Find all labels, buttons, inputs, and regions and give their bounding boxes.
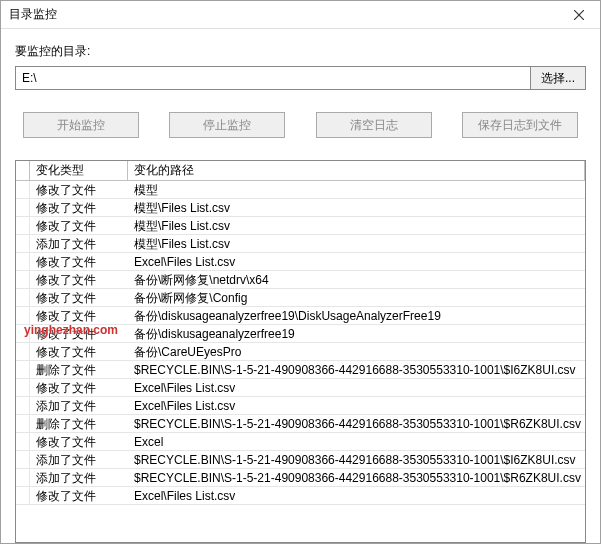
table-row[interactable]: 修改了文件备份\diskusageanalyzerfree19 [16, 325, 585, 343]
cell-change-type: 添加了文件 [30, 451, 128, 468]
table-row[interactable]: 修改了文件备份\CareUEyesPro [16, 343, 585, 361]
cell-change-type: 添加了文件 [30, 397, 128, 414]
table-row[interactable]: 修改了文件备份\diskusageanalyzerfree19\DiskUsag… [16, 307, 585, 325]
cell-change-type: 修改了文件 [30, 487, 128, 504]
cell-change-path: 模型\Files List.csv [128, 217, 585, 234]
cell-change-path: 备份\CareUEyesPro [128, 343, 585, 360]
cell-change-path: Excel [128, 433, 585, 450]
cell-change-type: 修改了文件 [30, 343, 128, 360]
cell-change-type: 修改了文件 [30, 433, 128, 450]
cell-change-type: 修改了文件 [30, 253, 128, 270]
table-row[interactable]: 修改了文件Excel\Files List.csv [16, 253, 585, 271]
row-handle [16, 433, 30, 450]
start-monitor-button[interactable]: 开始监控 [23, 112, 139, 138]
client-area: 要监控的目录: 选择... 开始监控 停止监控 清空日志 保存日志到文件 变化类… [1, 29, 600, 543]
row-handle [16, 469, 30, 486]
table-row[interactable]: 修改了文件Excel\Files List.csv [16, 487, 585, 505]
table-row[interactable]: 删除了文件$RECYCLE.BIN\S-1-5-21-490908366-442… [16, 361, 585, 379]
table-row[interactable]: 修改了文件备份\断网修复\netdrv\x64 [16, 271, 585, 289]
row-handle [16, 451, 30, 468]
row-handle [16, 343, 30, 360]
row-handle [16, 271, 30, 288]
cell-change-type: 修改了文件 [30, 307, 128, 324]
table-row[interactable]: 修改了文件模型 [16, 181, 585, 199]
table-row[interactable]: 添加了文件模型\Files List.csv [16, 235, 585, 253]
close-button[interactable] [558, 1, 600, 29]
cell-change-type: 添加了文件 [30, 235, 128, 252]
path-row: 选择... [15, 66, 586, 90]
row-handle [16, 361, 30, 378]
row-handle [16, 415, 30, 432]
column-header-type[interactable]: 变化类型 [30, 161, 128, 180]
cell-change-type: 修改了文件 [30, 379, 128, 396]
cell-change-path: 模型 [128, 181, 585, 198]
cell-change-path: 备份\断网修复\Config [128, 289, 585, 306]
table-row[interactable]: 修改了文件模型\Files List.csv [16, 199, 585, 217]
save-log-button[interactable]: 保存日志到文件 [462, 112, 578, 138]
cell-change-type: 删除了文件 [30, 415, 128, 432]
cell-change-path: 模型\Files List.csv [128, 235, 585, 252]
row-handle [16, 379, 30, 396]
cell-change-path: $RECYCLE.BIN\S-1-5-21-490908366-44291668… [128, 451, 585, 468]
column-header-path[interactable]: 变化的路径 [128, 161, 585, 180]
clear-log-button[interactable]: 清空日志 [316, 112, 432, 138]
button-row: 开始监控 停止监控 清空日志 保存日志到文件 [15, 112, 586, 138]
cell-change-type: 修改了文件 [30, 199, 128, 216]
cell-change-path: $RECYCLE.BIN\S-1-5-21-490908366-44291668… [128, 361, 585, 378]
cell-change-path: Excel\Files List.csv [128, 253, 585, 270]
cell-change-type: 添加了文件 [30, 469, 128, 486]
table-row[interactable]: 删除了文件$RECYCLE.BIN\S-1-5-21-490908366-442… [16, 415, 585, 433]
close-icon [574, 10, 584, 20]
row-handle [16, 487, 30, 504]
browse-button[interactable]: 选择... [530, 66, 586, 90]
cell-change-path: 备份\diskusageanalyzerfree19\DiskUsageAnal… [128, 307, 585, 324]
table-row[interactable]: 修改了文件模型\Files List.csv [16, 217, 585, 235]
table-row[interactable]: 添加了文件Excel\Files List.csv [16, 397, 585, 415]
cell-change-type: 修改了文件 [30, 271, 128, 288]
monitor-dir-label: 要监控的目录: [15, 43, 586, 60]
grid-corner [16, 161, 30, 180]
path-input[interactable] [15, 66, 531, 90]
cell-change-path: Excel\Files List.csv [128, 397, 585, 414]
cell-change-type: 删除了文件 [30, 361, 128, 378]
table-row[interactable]: 添加了文件$RECYCLE.BIN\S-1-5-21-490908366-442… [16, 469, 585, 487]
cell-change-path: Excel\Files List.csv [128, 487, 585, 504]
window-frame: 目录监控 要监控的目录: 选择... 开始监控 停止监控 清空日志 保存日志到文… [0, 0, 601, 544]
row-handle [16, 307, 30, 324]
cell-change-type: 修改了文件 [30, 289, 128, 306]
cell-change-path: 模型\Files List.csv [128, 199, 585, 216]
row-handle [16, 289, 30, 306]
cell-change-type: 修改了文件 [30, 217, 128, 234]
table-row[interactable]: 修改了文件Excel [16, 433, 585, 451]
cell-change-path: $RECYCLE.BIN\S-1-5-21-490908366-44291668… [128, 415, 585, 432]
row-handle [16, 325, 30, 342]
grid-header: 变化类型 变化的路径 [16, 161, 585, 181]
table-row[interactable]: 添加了文件$RECYCLE.BIN\S-1-5-21-490908366-442… [16, 451, 585, 469]
row-handle [16, 217, 30, 234]
row-handle [16, 235, 30, 252]
cell-change-path: $RECYCLE.BIN\S-1-5-21-490908366-44291668… [128, 469, 585, 486]
title-bar: 目录监控 [1, 1, 600, 29]
cell-change-path: 备份\断网修复\netdrv\x64 [128, 271, 585, 288]
row-handle [16, 397, 30, 414]
cell-change-type: 修改了文件 [30, 181, 128, 198]
window-title: 目录监控 [9, 6, 57, 23]
log-grid: 变化类型 变化的路径 修改了文件模型修改了文件模型\Files List.csv… [15, 160, 586, 543]
cell-change-path: 备份\diskusageanalyzerfree19 [128, 325, 585, 342]
table-row[interactable]: 修改了文件备份\断网修复\Config [16, 289, 585, 307]
table-row[interactable]: 修改了文件Excel\Files List.csv [16, 379, 585, 397]
stop-monitor-button[interactable]: 停止监控 [169, 112, 285, 138]
row-handle [16, 253, 30, 270]
row-handle [16, 199, 30, 216]
cell-change-type: 修改了文件 [30, 325, 128, 342]
cell-change-path: Excel\Files List.csv [128, 379, 585, 396]
row-handle [16, 181, 30, 198]
grid-body: 修改了文件模型修改了文件模型\Files List.csv修改了文件模型\Fil… [16, 181, 585, 505]
